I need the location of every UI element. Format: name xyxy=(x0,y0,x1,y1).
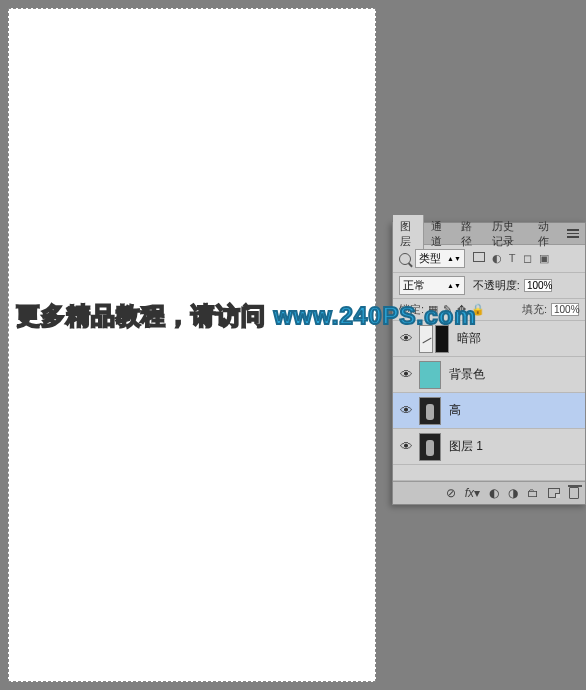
tab-layers[interactable]: 图层 xyxy=(393,215,424,253)
blend-row: 正常 ▲▼ 不透明度: 100% xyxy=(393,273,585,299)
fill-input[interactable]: 100% xyxy=(551,303,579,316)
dropdown-arrows-icon: ▲▼ xyxy=(447,257,461,261)
tab-actions[interactable]: 动作 xyxy=(531,215,561,253)
layer-name[interactable]: 高 xyxy=(449,402,461,419)
panel-menu-icon[interactable] xyxy=(561,229,585,238)
filter-type-select[interactable]: 类型 ▲▼ xyxy=(415,249,465,268)
blend-mode-value: 正常 xyxy=(403,278,425,293)
layers-list: 👁 暗部 👁 背景色 👁 高 👁 图层 1 xyxy=(393,321,585,481)
visibility-eye-icon[interactable]: 👁 xyxy=(397,439,415,454)
layer-name[interactable]: 背景色 xyxy=(449,366,485,383)
layer-name[interactable]: 图层 1 xyxy=(449,438,483,455)
visibility-eye-icon[interactable]: 👁 xyxy=(397,331,415,346)
opacity-input[interactable]: 100% xyxy=(524,279,552,292)
layer-thumbnail xyxy=(419,361,441,389)
filter-adjustment-icon[interactable]: ◐ xyxy=(492,252,502,265)
new-layer-icon[interactable] xyxy=(548,488,560,498)
layer-name[interactable]: 暗部 xyxy=(457,330,481,347)
filter-type-icon[interactable]: T xyxy=(509,252,516,265)
layers-footer: ⊘ fx▾ ◐ ◑ 🗀 xyxy=(393,481,585,504)
dropdown-arrows-icon: ▲▼ xyxy=(447,284,461,288)
visibility-eye-icon[interactable]: 👁 xyxy=(397,367,415,382)
visibility-eye-icon[interactable]: 👁 xyxy=(397,403,415,418)
add-mask-icon[interactable]: ◐ xyxy=(489,486,499,500)
layers-panel: 图层 通道 路径 历史记录 动作 类型 ▲▼ ◐ T ◻ ▣ 正常 ▲▼ 不透明… xyxy=(392,222,586,505)
filter-type-label: 类型 xyxy=(419,251,441,266)
watermark: 更多精品教程，请访问 www.240PS.com xyxy=(16,300,477,332)
opacity-label: 不透明度: xyxy=(473,278,520,293)
layer-row-layer1[interactable]: 👁 图层 1 xyxy=(393,429,585,465)
delete-layer-icon[interactable] xyxy=(569,487,579,499)
filter-smart-icon[interactable]: ▣ xyxy=(539,252,549,265)
filter-icons: ◐ T ◻ ▣ xyxy=(473,252,549,265)
filter-pixel-icon[interactable] xyxy=(473,252,485,262)
layer-row-bgcolor[interactable]: 👁 背景色 xyxy=(393,357,585,393)
watermark-url: www.240PS.com xyxy=(274,302,477,329)
link-layers-icon[interactable]: ⊘ xyxy=(446,486,456,500)
layer-thumbnail xyxy=(419,397,441,425)
layer-thumbnail xyxy=(419,433,441,461)
layer-row-partial xyxy=(393,465,585,481)
canvas-area[interactable] xyxy=(8,8,376,682)
group-icon[interactable]: 🗀 xyxy=(527,486,539,500)
layer-row-high[interactable]: 👁 高 xyxy=(393,393,585,429)
tab-channels[interactable]: 通道 xyxy=(424,215,454,253)
tab-paths[interactable]: 路径 xyxy=(454,215,484,253)
watermark-text: 更多精品教程，请访问 xyxy=(16,302,274,329)
search-icon xyxy=(399,253,411,265)
tab-history[interactable]: 历史记录 xyxy=(485,215,531,253)
blend-mode-select[interactable]: 正常 ▲▼ xyxy=(399,276,465,295)
layer-fx-icon[interactable]: fx▾ xyxy=(465,486,480,500)
adjustment-layer-icon[interactable]: ◑ xyxy=(508,486,518,500)
panel-tabs: 图层 通道 路径 历史记录 动作 xyxy=(393,223,585,245)
fill-label: 填充: xyxy=(522,302,547,317)
filter-shape-icon[interactable]: ◻ xyxy=(523,252,532,265)
